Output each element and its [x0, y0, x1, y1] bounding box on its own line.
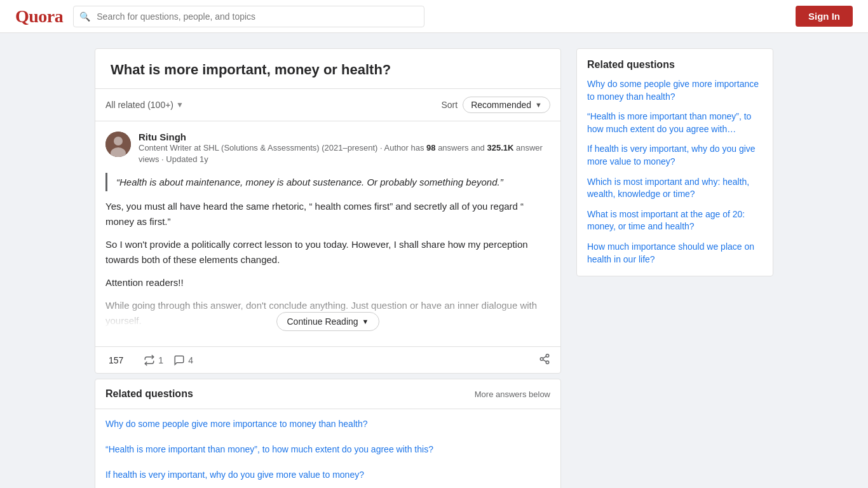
search-bar-container: 🔍: [73, 6, 424, 27]
reshare-icon: [144, 355, 155, 366]
main-related-card: Related questions More answers below Why…: [95, 379, 561, 488]
main-related-title: Related questions: [105, 388, 193, 400]
chevron-down-icon: ▼: [176, 100, 184, 109]
sidebar-link-3[interactable]: If health is very important, why do you …: [587, 143, 763, 168]
sidebar-related-card: Related questions Why do some people giv…: [576, 48, 773, 276]
sidebar-link-1[interactable]: Why do some people give more importance …: [587, 78, 763, 103]
chevron-down-icon: ▼: [535, 101, 542, 109]
answer-paragraph-1: Yes, you must all have heard the same rh…: [105, 199, 550, 229]
question-card: What is more important, money or health?…: [95, 48, 561, 374]
reshare-count: 1: [158, 355, 163, 365]
svg-point-3: [546, 355, 549, 358]
fade-overlay: Continue Reading ▼: [105, 285, 550, 336]
answer-quote: “Health is about maintenance, money is a…: [105, 173, 550, 191]
svg-point-4: [540, 358, 543, 361]
svg-line-7: [543, 356, 546, 358]
author-bio: Content Writer at SHL (Solutions & Asses…: [139, 142, 550, 165]
author-row: Ritu Singh Content Writer at SHL (Soluti…: [105, 132, 550, 165]
svg-point-1: [114, 137, 123, 146]
search-icon: 🔍: [79, 11, 90, 22]
sidebar-link-2[interactable]: “Health is more important than money”, t…: [587, 111, 763, 135]
sidebar-related-title: Related questions: [587, 59, 763, 71]
page-content: What is more important, money or health?…: [85, 33, 783, 488]
author-name[interactable]: Ritu Singh: [139, 132, 550, 142]
header: Quora 🔍 Sign In: [0, 0, 868, 33]
continue-reading-button[interactable]: Continue Reading ▼: [276, 312, 380, 331]
chevron-down-icon: ▼: [362, 318, 369, 325]
more-answers-label: More answers below: [475, 390, 550, 399]
page-title: What is more important, money or health?: [95, 49, 560, 89]
upvote-button[interactable]: 157: [105, 355, 123, 365]
continue-reading-label: Continue Reading: [287, 316, 358, 327]
sort-label: Sort: [441, 100, 458, 110]
search-input[interactable]: [73, 6, 424, 27]
answer-body-container: Yes, you must all have heard the same rh…: [105, 199, 550, 336]
main-related-link-2[interactable]: “Health is more important than money”, t…: [95, 437, 560, 463]
comment-count: 4: [188, 355, 193, 365]
author-answers: 98: [426, 143, 435, 152]
sort-row: Sort Recommended ▼: [441, 97, 550, 113]
svg-line-6: [543, 360, 546, 362]
answer-paragraph-2: So I won't provide a politically correct…: [105, 237, 550, 268]
sort-dropdown[interactable]: Recommended ▼: [463, 97, 550, 113]
sidebar-link-5[interactable]: What is most important at the age of 20:…: [587, 208, 763, 233]
author-info: Ritu Singh Content Writer at SHL (Soluti…: [139, 132, 550, 165]
quora-logo: Quora: [15, 6, 63, 27]
avatar: [105, 132, 131, 157]
upvote-count: 157: [109, 355, 123, 365]
main-column: What is more important, money or health?…: [95, 48, 561, 488]
sign-in-button[interactable]: Sign In: [796, 6, 853, 27]
sidebar-link-4[interactable]: Which is most important and why: health,…: [587, 176, 763, 201]
all-related-dropdown[interactable]: All related (100+) ▼: [105, 100, 184, 110]
main-related-link-1[interactable]: Why do some people give more importance …: [95, 412, 560, 437]
action-bar: 157 1: [95, 346, 560, 373]
comment-button[interactable]: 4: [173, 355, 193, 366]
main-related-link-3[interactable]: If health is very important, why do you …: [95, 463, 560, 488]
sidebar-link-6[interactable]: How much importance should we place on h…: [587, 241, 763, 266]
share-button[interactable]: [539, 353, 550, 367]
recommended-label: Recommended: [471, 100, 531, 110]
answer-section: Ritu Singh Content Writer at SHL (Soluti…: [95, 121, 560, 346]
avatar-image: [105, 132, 131, 157]
author-views: 325.1K: [487, 143, 513, 152]
main-related-header: Related questions More answers below: [95, 379, 560, 409]
svg-point-5: [546, 361, 549, 364]
filter-row: All related (100+) ▼ Sort Recommended ▼: [95, 89, 560, 121]
main-related-list: Why do some people give more importance …: [95, 409, 560, 488]
share-icon: [539, 353, 550, 365]
sidebar-column: Related questions Why do some people giv…: [576, 48, 773, 488]
comment-icon: [173, 355, 185, 366]
reshare-button[interactable]: 1: [144, 355, 163, 366]
all-related-label: All related (100+): [105, 100, 173, 110]
